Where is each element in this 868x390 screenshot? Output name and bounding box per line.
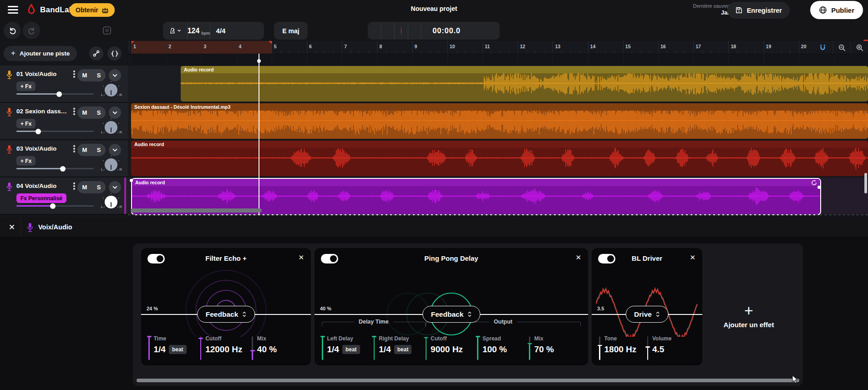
track-pan-knob[interactable]	[105, 196, 117, 208]
editor-toggle-button[interactable]	[98, 22, 116, 39]
param-slider-handle[interactable]	[250, 350, 255, 351]
param-slider[interactable]	[599, 336, 600, 360]
time-signature-button[interactable]: 4/4	[210, 22, 231, 40]
publish-button[interactable]: Publier	[810, 1, 863, 19]
bpm-display[interactable]: 124 bpm	[188, 22, 210, 40]
effect-param-tone[interactable]: Tone1800 Hz	[599, 335, 647, 360]
effect-param-spread[interactable]: Spread100 %	[477, 335, 529, 360]
timeline-scrollbar-vertical[interactable]	[864, 173, 867, 193]
track-volume-handle[interactable]	[50, 203, 56, 209]
effect-param-mix[interactable]: Mix40 %	[252, 335, 304, 360]
solo-button[interactable]: S	[97, 109, 101, 116]
effect-param-cutoff[interactable]: Cutoff9000 Hz	[426, 335, 477, 360]
param-slider[interactable]	[529, 336, 530, 360]
param-unit-chip[interactable]: beat	[169, 345, 187, 354]
effect-mode-selector[interactable]: Feedback	[422, 306, 481, 323]
param-slider-handle[interactable]	[372, 336, 376, 337]
track-expand-button[interactable]	[109, 181, 121, 193]
track-volume-slider[interactable]	[16, 93, 94, 95]
track-volume-handle[interactable]	[36, 129, 41, 134]
mute-button[interactable]: M	[82, 184, 87, 191]
snap-magnet-button[interactable]	[812, 41, 832, 54]
track-pan-knob[interactable]	[105, 84, 117, 96]
clip-loop-icon[interactable]	[811, 180, 817, 186]
track-menu-button[interactable]: •••	[71, 145, 77, 153]
track-header-01[interactable]: 01 Voix/Audio•••MS + FxLR	[0, 66, 128, 103]
metronome-button[interactable]	[163, 22, 188, 40]
zoom-out-button[interactable]	[832, 41, 850, 54]
track-volume-slider[interactable]	[16, 131, 94, 132]
param-slider-handle[interactable]	[320, 336, 325, 337]
track-menu-button[interactable]: •••	[71, 182, 77, 190]
track-fx-chip[interactable]: Fx Personnalisé	[16, 193, 66, 203]
solo-button[interactable]: S	[97, 72, 101, 79]
param-unit-chip[interactable]: beat	[342, 345, 360, 354]
track-header-04[interactable]: 04 Voix/Audio•••MS Fx PersonnaliséLR	[0, 177, 128, 215]
timeline-ruler[interactable]: 1234567891011121314151617181920	[128, 41, 868, 54]
playhead[interactable]	[259, 54, 259, 215]
param-slider-handle[interactable]	[476, 336, 480, 337]
effects-scrollbar[interactable]	[137, 379, 799, 382]
param-slider[interactable]	[322, 336, 323, 360]
tuner-button[interactable]	[89, 46, 103, 61]
param-slider-handle[interactable]	[198, 338, 203, 339]
audio-clip-2[interactable]: Sexion dassaut - Désolé Instrumental.mp3	[131, 103, 868, 139]
rewind-to-start-button[interactable]	[381, 22, 395, 40]
effect-param-left-delay[interactable]: Left Delay1/4beat	[322, 335, 374, 360]
track-pan-knob[interactable]	[105, 121, 117, 134]
track-fx-chip[interactable]: + Fx	[16, 81, 36, 91]
param-slider-handle[interactable]	[424, 337, 428, 339]
key-button[interactable]: E maj	[274, 22, 308, 40]
loop-button[interactable]	[408, 22, 421, 40]
track-fx-chip[interactable]: + Fx	[16, 119, 36, 128]
param-slider-handle[interactable]	[598, 345, 602, 346]
remove-effect-button[interactable]: ✕	[575, 253, 581, 262]
track-expand-button[interactable]	[109, 69, 121, 81]
timeline-scrollbar-horizontal[interactable]	[131, 208, 262, 213]
audio-clip-3[interactable]: Audio record	[131, 141, 868, 176]
remove-effect-button[interactable]: ✕	[298, 253, 304, 262]
redo-button[interactable]	[23, 22, 40, 39]
param-slider[interactable]	[200, 336, 202, 360]
effect-mode-selector[interactable]: Drive	[625, 306, 669, 323]
param-slider[interactable]	[647, 336, 649, 360]
mute-button[interactable]: M	[82, 109, 87, 116]
track-volume-handle[interactable]	[56, 91, 62, 97]
param-slider-handle[interactable]	[645, 346, 650, 348]
mute-button[interactable]: M	[82, 72, 87, 79]
mute-button[interactable]: M	[82, 147, 87, 153]
effect-param-time[interactable]: Time1/4beat	[148, 335, 200, 360]
track-menu-button[interactable]: •••	[71, 107, 77, 116]
track-expand-button[interactable]	[109, 106, 121, 119]
track-pan-knob[interactable]	[105, 158, 117, 171]
zoom-in-button[interactable]	[850, 41, 868, 54]
track-expand-button[interactable]	[109, 144, 121, 156]
track-fx-chip[interactable]: + Fx	[16, 156, 36, 166]
param-slider-handle[interactable]	[147, 336, 152, 337]
save-button[interactable]: Enregistrer	[727, 2, 790, 19]
undo-button[interactable]	[4, 22, 21, 39]
param-slider-handle[interactable]	[528, 343, 532, 344]
playhead-handle[interactable]	[257, 59, 261, 63]
clip-fade-handle[interactable]	[130, 179, 133, 182]
track-volume-slider[interactable]	[16, 168, 94, 169]
effect-param-volume[interactable]: Volume4.5	[647, 335, 695, 360]
effect-mode-selector[interactable]: Feedback	[197, 306, 255, 323]
close-panel-button[interactable]: ✕	[9, 223, 15, 232]
param-slider[interactable]	[477, 336, 478, 360]
effect-param-cutoff[interactable]: Cutoff12000 Hz	[200, 335, 252, 360]
param-unit-chip[interactable]: beat	[394, 345, 412, 354]
track-header-02[interactable]: 02 Sexion dassaut - D...•••MS + FxLR	[0, 103, 128, 140]
track-volume-slider[interactable]	[16, 205, 94, 207]
track-header-03[interactable]: 03 Voix/Audio•••MS + FxLR	[0, 140, 128, 177]
param-slider[interactable]	[148, 336, 150, 360]
add-track-button[interactable]: + Ajouter une piste	[4, 46, 77, 61]
record-button[interactable]	[395, 22, 408, 40]
clip-resize-handle[interactable]	[817, 186, 821, 189]
solo-button[interactable]: S	[97, 147, 101, 153]
solo-button[interactable]: S	[97, 184, 101, 191]
param-slider[interactable]	[426, 336, 427, 360]
audio-clip-1[interactable]: Audio record	[181, 66, 868, 101]
track-volume-handle[interactable]	[60, 166, 66, 172]
param-slider[interactable]	[374, 336, 375, 360]
